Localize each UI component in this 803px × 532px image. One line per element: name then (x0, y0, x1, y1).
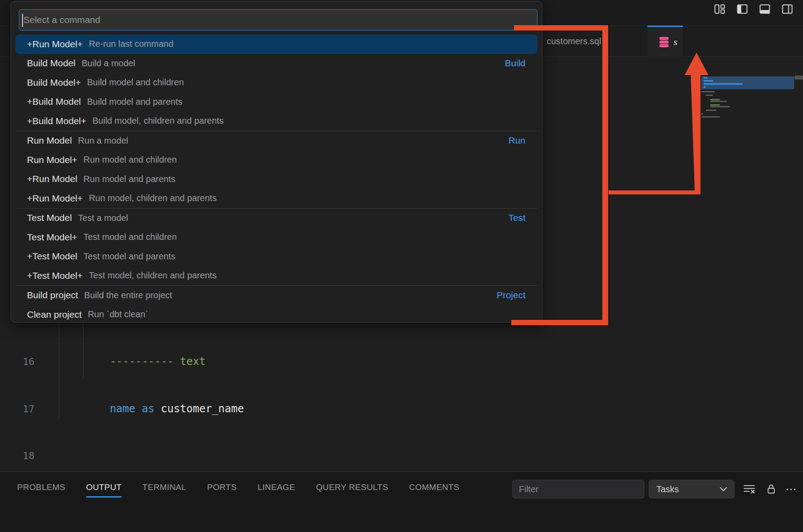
filter-placeholder: Filter (519, 484, 538, 494)
ellipsis-icon: ⋯ (785, 483, 798, 495)
toggle-secondary-sidebar-icon[interactable] (781, 3, 793, 15)
customize-layout-icon[interactable] (714, 3, 726, 15)
tab-terminal[interactable]: TERMINAL (142, 476, 186, 498)
tab-ports[interactable]: PORTS (207, 476, 237, 498)
command-item-test-model[interactable]: Test Model Test a model Test (11, 209, 542, 228)
command-item-plus-run-model-plus[interactable]: +Run Model+ Run model, children and pare… (11, 189, 542, 208)
vscode-window: customers.sql s (0, 0, 803, 532)
preview-tab-label: s (674, 36, 677, 48)
clear-output-button[interactable] (742, 480, 756, 498)
panel-tabs: PROBLEMS OUTPUT TERMINAL PORTS LINEAGE Q… (17, 476, 460, 498)
code-line: 17 name as customer_name (0, 401, 244, 417)
command-item-plus-test-model-plus[interactable]: +Test Model+ Test model, children and pa… (11, 266, 542, 285)
panel-more-button[interactable]: ⋯ (785, 480, 798, 498)
tab-output[interactable]: OUTPUT (86, 476, 122, 498)
command-item-rerun-last[interactable]: +Run Model+ Re-run last command (15, 34, 537, 54)
command-list: +Run Model+ Re-run last command Build Mo… (11, 34, 542, 323)
command-item-build-model-plus[interactable]: Build Model+ Build model and children (11, 73, 542, 92)
filter-input[interactable]: Filter (512, 480, 644, 498)
bottom-panel: PROBLEMS OUTPUT TERMINAL PORTS LINEAGE Q… (0, 471, 803, 532)
command-item-build-model[interactable]: Build Model Build a model Build (11, 54, 542, 73)
tab-preview-active[interactable]: s (647, 26, 683, 57)
tasks-dropdown[interactable]: Tasks (649, 480, 734, 498)
database-icon (659, 36, 669, 48)
command-item-clean-project[interactable]: Clean project Run `dbt clean` (11, 305, 542, 323)
category-label: Build (505, 58, 525, 68)
clear-output-icon (743, 484, 755, 494)
command-item-plus-run-model[interactable]: +Run Model Run model and parents (11, 170, 542, 189)
tab-comments[interactable]: COMMENTS (409, 476, 459, 498)
lock-icon (766, 483, 776, 495)
command-item-plus-test-model[interactable]: +Test Model Test model and parents (11, 247, 542, 266)
command-item-plus-build-model-plus[interactable]: +Build Model+ Build model, children and … (11, 111, 542, 131)
command-input[interactable]: Select a command (19, 9, 537, 30)
minimap[interactable] (701, 66, 794, 128)
lock-button[interactable] (765, 480, 778, 498)
tab-problems[interactable]: PROBLEMS (17, 476, 65, 498)
command-palette: Select a command +Run Model+ Re-run last… (11, 1, 542, 323)
code-line: 16 ---------- text (0, 354, 244, 370)
command-item-build-project[interactable]: Build project Build the entire project P… (11, 286, 542, 305)
command-item-plus-build-model[interactable]: +Build Model Build model and parents (11, 92, 542, 112)
tab-query-results[interactable]: QUERY RESULTS (316, 476, 388, 498)
text-caret (22, 14, 23, 27)
toggle-sidebar-icon[interactable] (736, 3, 748, 15)
tab-customers-sql[interactable]: customers.sql (547, 26, 601, 57)
toggle-panel-icon[interactable] (759, 3, 771, 15)
chevron-down-icon (719, 486, 728, 492)
code-line: 18 (0, 448, 244, 464)
category-label: Test (508, 213, 525, 223)
command-item-run-model[interactable]: Run Model Run a model Run (11, 131, 542, 151)
window-layout-controls (714, 3, 793, 15)
command-item-test-model-plus[interactable]: Test Model+ Test model and children (11, 228, 542, 247)
category-label: Project (497, 290, 525, 300)
tab-customers-sql-label: customers.sql (547, 36, 601, 46)
command-item-run-model-plus[interactable]: Run Model+ Run model and children (11, 150, 542, 170)
minimap-scrollbar[interactable] (795, 76, 803, 80)
category-label: Run (508, 135, 525, 146)
command-input-placeholder: Select a command (23, 15, 100, 25)
tab-lineage[interactable]: LINEAGE (258, 476, 295, 498)
